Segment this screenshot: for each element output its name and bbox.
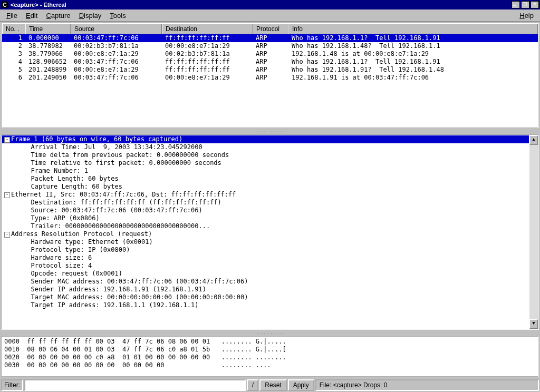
cell-src: 00:00:e8:e7:1a:29	[71, 50, 162, 58]
filter-bar: Filter: / Reset Apply File: <capture> Dr…	[0, 378, 540, 392]
tree-line[interactable]: Opcode: request (0x0001)	[2, 270, 529, 278]
tree-text: Protocol type: IP (0x0800)	[31, 246, 130, 253]
minimize-button[interactable]	[512, 1, 520, 8]
maximize-button[interactable]	[521, 1, 529, 8]
tree-line[interactable]: Protocol size: 4	[2, 262, 529, 270]
cell-prot: ARP	[253, 42, 288, 50]
filter-input[interactable]	[24, 379, 246, 391]
cell-dst: 00:00:e8:e7:1a:29	[162, 42, 253, 50]
cell-no: 4	[2, 58, 25, 66]
menu-file[interactable]: File	[2, 11, 22, 21]
expander-icon[interactable]: -	[4, 192, 10, 198]
tree-line[interactable]: Arrival Time: Jul 9, 2003 13:34:23.04529…	[2, 143, 529, 151]
packet-bytes-panel: 0000 ff ff ff ff ff ff 00 03 47 ff 7c 06…	[1, 336, 539, 377]
tree-text: Target IP address: 192.168.1.1 (192.168.…	[31, 301, 199, 309]
col-source[interactable]: Source	[71, 24, 162, 34]
scroll-up-icon[interactable]: ▲	[529, 135, 538, 145]
tree-line[interactable]: Source: 00:03:47:ff:7c:06 (00:03:47:ff:7…	[2, 207, 529, 214]
table-row[interactable]: 238.77898200:02:b3:b7:81:1a00:00:e8:e7:1…	[2, 42, 538, 50]
tree-text: Hardware type: Ethernet (0x0001)	[31, 238, 153, 246]
packet-list-body[interactable]: 10.00000000:03:47:ff:7c:06ff:ff:ff:ff:ff…	[2, 34, 538, 127]
menu-display[interactable]: Display	[75, 11, 106, 21]
menu-tools[interactable]: Tools	[105, 11, 130, 21]
tree-text: Arrival Time: Jul 9, 2003 13:34:23.04529…	[31, 143, 202, 151]
cell-info: 192.168.1.91 is at 00:03:47:ff:7c:06	[288, 74, 538, 82]
tree-line[interactable]: Sender MAC address: 00:03:47:ff:7c:06 (0…	[2, 278, 529, 286]
packet-list-header: No. . Time Source Destination Protocol I…	[2, 24, 538, 34]
scroll-track[interactable]	[529, 145, 538, 319]
table-row[interactable]: 10.00000000:03:47:ff:7c:06ff:ff:ff:ff:ff…	[2, 34, 538, 42]
menu-edit[interactable]: Edit	[22, 11, 42, 21]
reset-button[interactable]: Reset	[259, 379, 286, 391]
menu-capture[interactable]: Capture	[42, 11, 74, 21]
cell-no: 3	[2, 50, 25, 58]
tree-text: Sender MAC address: 00:03:47:ff:7c:06 (0…	[31, 278, 248, 285]
col-protocol[interactable]: Protocol	[253, 24, 288, 34]
tree-line[interactable]: Target IP address: 192.168.1.1 (192.168.…	[2, 301, 529, 309]
cell-no: 6	[2, 74, 25, 82]
tree-line[interactable]: Sender IP address: 192.168.1.91 (192.168…	[2, 286, 529, 293]
tree-text: Time relative to first packet: 0.0000000…	[31, 159, 221, 166]
apply-button[interactable]: Apply	[288, 379, 314, 391]
close-button[interactable]	[531, 1, 539, 8]
packet-bytes-body[interactable]: 0000 ff ff ff ff ff ff 00 03 47 ff 7c 06…	[2, 337, 538, 376]
table-row[interactable]: 6201.24905000:03:47:ff:7c:0600:00:e8:e7:…	[2, 74, 538, 82]
tree-line[interactable]: Trailer: 0000000000000000000000000000000…	[2, 222, 529, 230]
titlebar[interactable]: C <capture> - Ethereal	[0, 0, 540, 9]
cell-src: 00:00:e8:e7:1a:29	[71, 66, 162, 74]
menubar: File Edit Capture Display Tools Help	[0, 9, 540, 22]
cell-time: 38.779066	[25, 50, 71, 58]
splitter-1[interactable]: ........	[0, 129, 540, 133]
table-row[interactable]: 5201.24889900:00:e8:e7:1a:29ff:ff:ff:ff:…	[2, 66, 538, 74]
table-row[interactable]: 338.77906600:00:e8:e7:1a:2900:02:b3:b7:8…	[2, 50, 538, 58]
tree-text: Frame Number: 1	[31, 167, 88, 174]
tree-line[interactable]: Hardware type: Ethernet (0x0001)	[2, 238, 529, 246]
cell-info: Who has 192.168.1.1? Tell 192.168.1.91	[288, 34, 538, 42]
cell-dst: ff:ff:ff:ff:ff:ff	[162, 34, 253, 42]
tree-line[interactable]: Hardware size: 6	[2, 254, 529, 262]
cell-prot: ARP	[253, 74, 288, 82]
tree-line[interactable]: Target MAC address: 00:00:00:00:00:00 (0…	[2, 293, 529, 301]
splitter-2[interactable]: ........	[0, 331, 540, 335]
cell-prot: ARP	[253, 34, 288, 42]
cell-prot: ARP	[253, 66, 288, 74]
cell-time: 201.249050	[25, 74, 71, 82]
tree-line[interactable]: Type: ARP (0x0806)	[2, 214, 529, 222]
details-scrollbar[interactable]: ▲ ▼	[529, 135, 538, 329]
app-window: C <capture> - Ethereal File Edit Capture…	[0, 0, 540, 392]
tree-line[interactable]: Time relative to first packet: 0.0000000…	[2, 159, 529, 167]
tree-line[interactable]: Packet Length: 60 bytes	[2, 175, 529, 183]
col-no[interactable]: No. .	[2, 24, 25, 34]
tree-line[interactable]: Destination: ff:ff:ff:ff:ff:ff (ff:ff:ff…	[2, 199, 529, 207]
tree-text: Sender IP address: 192.168.1.91 (192.168…	[31, 286, 206, 293]
cell-src: 00:03:47:ff:7c:06	[71, 34, 162, 42]
tree-text: Trailer: 0000000000000000000000000000000…	[31, 222, 210, 230]
scroll-down-icon[interactable]: ▼	[529, 319, 538, 329]
expander-icon[interactable]: -	[4, 232, 10, 238]
menu-help[interactable]: Help	[515, 11, 538, 21]
filter-label: Filter:	[1, 379, 23, 391]
app-icon: C	[1, 1, 8, 8]
packet-list-panel: No. . Time Source Destination Protocol I…	[1, 23, 539, 128]
cell-time: 201.248899	[25, 66, 71, 74]
tree-line[interactable]: -Ethernet II, Src: 00:03:47:ff:7c:06, Ds…	[2, 191, 529, 199]
tree-line[interactable]: Time delta from previous packet: 0.00000…	[2, 151, 529, 159]
tree-line[interactable]: -Frame 1 (60 bytes on wire, 60 bytes cap…	[2, 135, 529, 143]
tree-text: Target MAC address: 00:00:00:00:00:00 (0…	[31, 293, 248, 301]
packet-details-body[interactable]: -Frame 1 (60 bytes on wire, 60 bytes cap…	[2, 135, 529, 329]
tree-line[interactable]: Capture Length: 60 bytes	[2, 183, 529, 191]
expander-icon[interactable]: -	[4, 137, 10, 143]
table-row[interactable]: 4128.90665200:03:47:ff:7c:06ff:ff:ff:ff:…	[2, 58, 538, 66]
col-dest[interactable]: Destination	[162, 24, 253, 34]
filter-dropdown-icon[interactable]: /	[247, 379, 258, 391]
tree-text: Hardware size: 6	[31, 254, 92, 261]
tree-line[interactable]: Frame Number: 1	[2, 167, 529, 175]
col-time[interactable]: Time	[25, 24, 71, 34]
tree-text: Address Resolution Protocol (request)	[11, 230, 152, 238]
cell-src: 00:03:47:ff:7c:06	[71, 74, 162, 82]
tree-text: Type: ARP (0x0806)	[31, 214, 100, 222]
tree-line[interactable]: Protocol type: IP (0x0800)	[2, 246, 529, 254]
packet-details-panel: -Frame 1 (60 bytes on wire, 60 bytes cap…	[1, 134, 539, 330]
tree-line[interactable]: -Address Resolution Protocol (request)	[2, 230, 529, 238]
col-info[interactable]: Info	[288, 24, 538, 34]
